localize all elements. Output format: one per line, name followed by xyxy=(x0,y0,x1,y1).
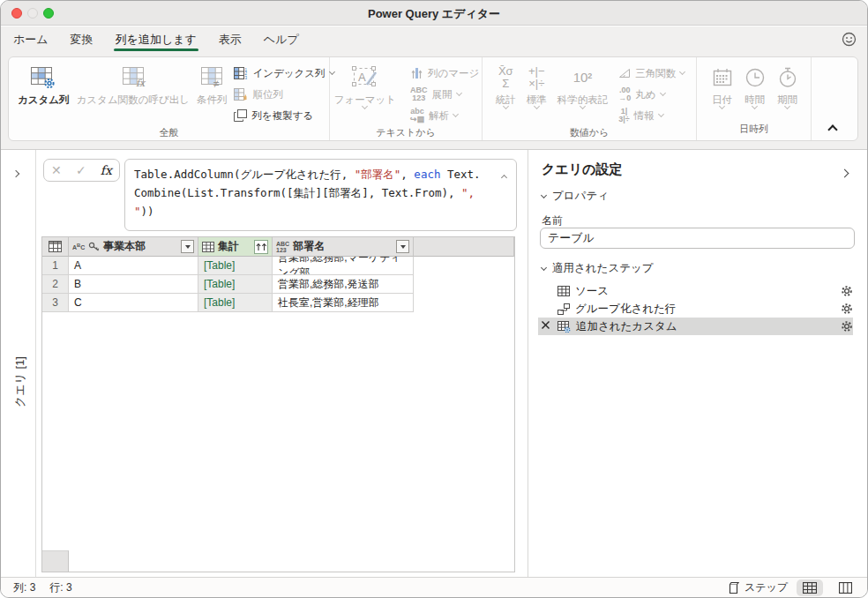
collapse-settings-button[interactable] xyxy=(842,164,848,180)
row-number[interactable]: 1 xyxy=(42,257,69,275)
custom-column-button[interactable]: カスタム列 xyxy=(14,61,73,108)
column-view-button[interactable] xyxy=(832,579,858,596)
cell-table-link[interactable]: [Table] xyxy=(198,294,273,312)
standard-icon: +|−×|÷ xyxy=(528,63,545,93)
text-type-icon: ABC xyxy=(72,243,85,250)
cell[interactable]: A xyxy=(69,257,198,275)
queries-pane-label[interactable]: クエリ [1] xyxy=(12,356,28,407)
step-settings-gear-icon[interactable] xyxy=(841,303,853,315)
statistics-icon: X̄σΣ xyxy=(498,63,513,93)
step-settings-gear-icon[interactable] xyxy=(841,285,853,297)
step-label: グループ化された行 xyxy=(575,302,676,317)
svg-text:A: A xyxy=(358,71,366,84)
statistics-button[interactable]: X̄σΣ 統計 xyxy=(492,61,520,110)
stopwatch-icon xyxy=(776,63,799,93)
ribbon-group-datetime: 日付 時間 期間 xyxy=(697,57,812,140)
step-settings-gear-icon[interactable] xyxy=(841,320,853,333)
key-icon xyxy=(88,242,100,251)
cell[interactable]: C xyxy=(69,294,198,312)
merge-columns-icon xyxy=(410,67,423,79)
expand-queries-pane-button[interactable] xyxy=(13,164,19,180)
svg-text:fx: fx xyxy=(136,78,146,89)
column-header-department[interactable]: ABC123 部署名 xyxy=(273,237,414,257)
invoke-custom-function-button[interactable]: fx カスタム関数の呼び出し xyxy=(73,61,193,108)
clock-icon xyxy=(744,63,767,93)
filter-dropdown-button[interactable] xyxy=(396,240,409,253)
applied-steps-section-header[interactable]: 適用されたステップ xyxy=(542,261,654,276)
standard-button[interactable]: +|−×|÷ 標準 xyxy=(523,61,550,110)
parse-button[interactable]: abc↪▤ 解析 xyxy=(407,105,483,126)
filter-dropdown-button[interactable] xyxy=(181,240,194,253)
delete-step-icon[interactable] xyxy=(541,320,550,330)
grid-view-button[interactable] xyxy=(797,579,823,596)
data-grid: ABC 事業本部 集計 ABC123 部署名 xyxy=(41,236,515,572)
steps-script-icon xyxy=(727,581,739,594)
duplicate-column-button[interactable]: 列を複製する xyxy=(230,105,337,126)
collapse-ribbon-button[interactable] xyxy=(829,121,840,131)
row-number[interactable]: 3 xyxy=(42,294,69,312)
rank-column-label: 順位列 xyxy=(252,88,283,101)
trigonometry-label: 三角関数 xyxy=(635,67,676,79)
step-source[interactable]: ソース xyxy=(538,282,853,300)
collapse-formula-button[interactable] xyxy=(502,169,506,183)
steps-button[interactable]: ステップ xyxy=(727,580,788,595)
step-grouped-rows[interactable]: グループ化された行 xyxy=(538,300,853,318)
information-icon: 1|3|÷ xyxy=(618,108,629,123)
column-header-aggregate[interactable]: 集計 xyxy=(198,237,273,257)
date-button[interactable]: 日付 xyxy=(707,61,737,110)
group-label-datetime: 日時列 xyxy=(697,123,811,140)
svg-text:≠: ≠ xyxy=(213,78,220,89)
duplicate-column-label: 列を複製する xyxy=(251,109,313,122)
rounding-button[interactable]: .00→0 丸め xyxy=(615,84,688,105)
cell[interactable]: 営業部,総務部,発送部 xyxy=(273,275,414,294)
cell[interactable]: B xyxy=(69,275,198,294)
table-type-icon xyxy=(202,242,214,252)
query-name-input[interactable] xyxy=(540,228,855,249)
expand-column-button[interactable] xyxy=(254,240,268,254)
status-bar: 列: 3 行: 3 ステップ xyxy=(1,577,867,597)
feedback-smiley-icon[interactable] xyxy=(842,32,857,47)
format-button[interactable]: A フォーマット xyxy=(331,61,400,110)
queries-pane-collapsed: クエリ [1] xyxy=(1,150,36,577)
tab-transform[interactable]: 変換 xyxy=(71,26,94,52)
chevron-down-icon xyxy=(453,111,459,117)
chevron-down-icon xyxy=(541,264,547,270)
cell-table-link[interactable]: [Table] xyxy=(198,275,273,294)
ribbon-group-from-text: A フォーマット 列のマージ ABC123 展開 xyxy=(330,57,483,140)
information-button[interactable]: 1|3|÷ 情報 xyxy=(615,105,688,126)
menu-bar: ホーム 変換 列を追加します 表示 ヘルプ xyxy=(1,26,867,52)
tab-help[interactable]: ヘルプ xyxy=(264,26,299,52)
extract-label: 展開 xyxy=(432,88,453,101)
duration-button[interactable]: 期間 xyxy=(773,61,803,110)
cancel-formula-icon[interactable]: ✕ xyxy=(51,163,62,177)
tab-view[interactable]: 表示 xyxy=(219,26,242,52)
invoke-custom-function-label: カスタム関数の呼び出し xyxy=(77,93,190,106)
group-by-icon xyxy=(557,303,570,315)
extract-button[interactable]: ABC123 展開 xyxy=(407,84,483,105)
confirm-formula-icon[interactable]: ✓ xyxy=(76,163,86,177)
chevron-down-icon xyxy=(658,111,664,117)
properties-section-header[interactable]: プロパティ xyxy=(542,189,609,204)
tab-home[interactable]: ホーム xyxy=(13,26,49,52)
tab-add-column[interactable]: 列を追加します xyxy=(116,26,197,52)
merge-columns-button[interactable]: 列のマージ xyxy=(407,63,483,84)
row-number[interactable]: 2 xyxy=(42,275,69,294)
abc-123-icon: ABC123 xyxy=(410,86,428,102)
rank-column-button[interactable]: 順位列 xyxy=(230,84,337,105)
time-button[interactable]: 時間 xyxy=(740,61,770,110)
fx-icon[interactable]: fx xyxy=(101,163,112,177)
scientific-button[interactable]: 102 科学的表記 xyxy=(554,61,612,110)
horizontal-scrollbar-corner[interactable] xyxy=(42,550,69,572)
column-header-business-division[interactable]: ABC 事業本部 xyxy=(69,237,198,257)
step-added-custom[interactable]: 追加されたカスタム xyxy=(538,318,853,335)
cell-table-link[interactable]: [Table] xyxy=(198,257,273,275)
index-column-button[interactable]: 123 インデックス列 xyxy=(230,63,337,84)
formula-input[interactable]: Table.AddColumn(グループ化された行, "部署名", each T… xyxy=(124,159,517,231)
invoke-custom-function-icon: fx xyxy=(120,63,146,93)
trigonometry-button[interactable]: 三角関数 xyxy=(615,63,688,84)
conditional-column-button[interactable]: ≠ 条件列 xyxy=(193,61,231,108)
cell[interactable]: 営業部,総務部,マーケティング部 xyxy=(273,257,414,275)
cell[interactable]: 社長室,営業部,経理部 xyxy=(273,294,414,312)
main-area: クエリ [1] ✕ ✓ fx Table.AddColumn(グループ化された行… xyxy=(1,150,867,577)
select-all-corner[interactable] xyxy=(42,237,69,257)
